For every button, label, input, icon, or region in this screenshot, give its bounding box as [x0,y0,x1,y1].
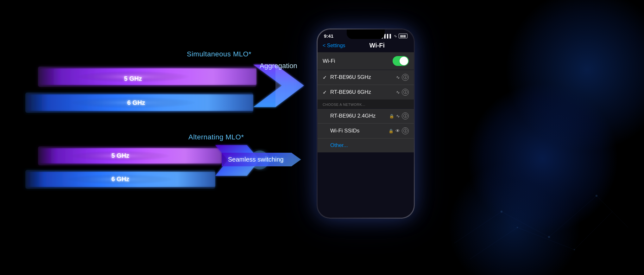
wifi-signal-icon-6ghz: ∿ [396,90,400,95]
svg-marker-18 [253,65,304,107]
phone-frame: 9:41 ▌▌▌▌ ∿ ▮▮▮ < Settings Wi-Fi Wi-Fi [317,29,415,219]
wifi-signal-icon-24ghz: ∿ [396,113,400,118]
svg-rect-17 [25,93,253,113]
svg-point-10 [517,227,518,228]
network-check-5ghz: ✓ [323,74,328,80]
svg-point-13 [76,71,190,82]
visibility-icon-ssids: 👁 [395,128,400,133]
svg-marker-19 [275,65,304,107]
svg-rect-15 [25,94,253,111]
network-icons-24ghz: 🔒 ∿ ⓘ [389,112,409,119]
aggregation-label: Aggregation [260,62,297,70]
svg-line-4 [470,227,517,259]
svg-point-9 [596,195,597,197]
network-name-24ghz: RT-BE96U 2.4GHz [330,113,389,119]
svg-line-0 [454,212,502,243]
beam-5ghz-label-top: 5 GHz [124,75,142,82]
bg-blob-bottom-right [448,161,581,275]
svg-point-24 [66,174,174,184]
wifi-toggle-switch[interactable] [393,56,409,66]
svg-point-21 [70,151,171,161]
svg-line-2 [549,196,597,237]
connected-networks-section: ✓ RT-BE96U 5GHz ∿ ⓘ ✓ RT-BE96U 6GHz ∿ ⓘ [318,70,414,99]
phone-screen: 9:41 ▌▌▌▌ ∿ ▮▮▮ < Settings Wi-Fi Wi-Fi [318,29,414,218]
network-name-5ghz: RT-BE96U 5GHz [330,74,396,80]
beam-6ghz-label-top: 6 GHz [127,99,145,106]
svg-line-1 [502,212,549,237]
battery-icon: ▮▮▮ [399,34,407,38]
info-button-5ghz[interactable]: ⓘ [402,74,409,81]
network-lines-bg [422,148,644,275]
wifi-toggle-label: Wi-Fi [323,58,335,64]
wifi-nav-header: < Settings Wi-Fi [318,40,414,52]
network-check-6ghz: ✓ [323,89,328,95]
network-name-ssids: Wi-Fi SSIDs [330,128,388,134]
other-networks-section: RT-BE96U 2.4GHz 🔒 ∿ ⓘ Wi-Fi SSIDs 🔒 👁 ⓘ [318,109,414,152]
svg-rect-22 [38,146,222,165]
choose-network-label: CHOOSE A NETWORK... [318,99,414,108]
network-icons-6ghz: ∿ ⓘ [396,89,409,96]
svg-rect-25 [25,170,215,189]
network-name-6ghz: RT-BE96U 6GHz [330,89,396,95]
svg-point-11 [574,249,575,250]
info-button-6ghz[interactable]: ⓘ [402,89,409,96]
network-item-24ghz[interactable]: RT-BE96U 2.4GHz 🔒 ∿ ⓘ [318,109,414,124]
info-button-24ghz[interactable]: ⓘ [402,112,409,119]
other-network-label: Other... [330,142,409,149]
wifi-signal-icon-5ghz: ∿ [396,75,400,80]
wifi-toggle-row: Wi-Fi [318,52,414,70]
svg-rect-12 [38,68,256,85]
svg-line-6 [574,212,612,250]
beam-5ghz-label-alt: 5 GHz [111,152,129,159]
network-item-6ghz[interactable]: ✓ RT-BE96U 6GHz ∿ ⓘ [318,85,414,99]
svg-line-3 [597,196,628,227]
seamless-switching-label: Seamless switching [222,153,301,166]
status-time: 9:41 [324,33,333,39]
beam-6ghz-label-alt: 6 GHz [111,176,129,182]
network-item-other[interactable]: Other... [318,138,414,152]
phone-mockup: 9:41 ▌▌▌▌ ∿ ▮▮▮ < Settings Wi-Fi Wi-Fi [317,29,415,219]
network-item-5ghz[interactable]: ✓ RT-BE96U 5GHz ∿ ⓘ [318,70,414,85]
svg-rect-23 [25,172,215,187]
bg-blob-mid-right [467,82,619,234]
wifi-status-icon: ∿ [394,34,397,38]
network-icons-ssids: 🔒 👁 ⓘ [388,127,409,134]
svg-rect-20 [38,148,222,163]
phone-notch [347,29,385,39]
status-icons: ▌▌▌▌ ∿ ▮▮▮ [382,34,407,38]
simultaneous-mlo-label: Simultaneous MLO* [187,50,251,58]
network-item-ssids[interactable]: Wi-Fi SSIDs 🔒 👁 ⓘ [318,124,414,138]
svg-point-8 [548,236,550,238]
svg-point-16 [70,97,196,108]
lock-icon-ssids: 🔒 [388,129,394,133]
bg-blob-top-right [505,0,644,152]
svg-line-5 [517,227,574,250]
svg-rect-14 [38,67,256,87]
network-icons-5ghz: ∿ ⓘ [396,74,409,81]
settings-back-button[interactable]: < Settings [323,43,345,48]
alternating-mlo-label: Alternating MLO* [188,133,244,141]
svg-point-7 [501,211,502,213]
info-button-ssids[interactable]: ⓘ [402,127,409,134]
wifi-page-title: Wi-Fi [369,42,385,49]
lock-icon-24ghz: 🔒 [389,114,394,118]
